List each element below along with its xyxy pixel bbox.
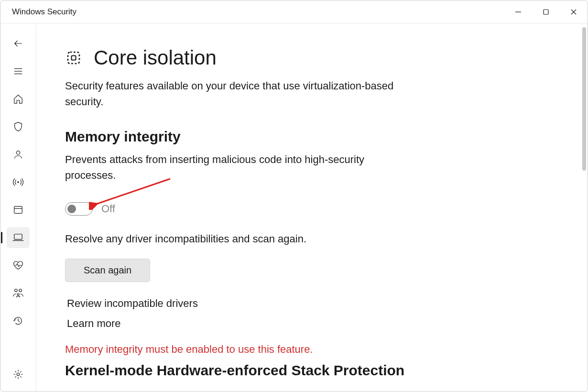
sidebar-item-home[interactable]	[7, 88, 30, 109]
home-icon	[13, 94, 23, 104]
window-icon	[13, 205, 23, 215]
titlebar: Windows Security	[0, 0, 588, 23]
back-arrow-icon	[13, 38, 23, 49]
app-window: Windows Security	[0, 0, 588, 392]
back-button[interactable]	[7, 33, 30, 54]
menu-button[interactable]	[7, 61, 30, 82]
laptop-icon	[12, 233, 24, 242]
svg-rect-16	[68, 52, 79, 64]
close-icon	[570, 9, 577, 15]
svg-point-13	[19, 289, 22, 292]
minimize-icon	[515, 9, 522, 15]
memory-integrity-toggle-row: Off	[65, 202, 559, 216]
learn-more-link[interactable]: Learn more	[65, 317, 559, 330]
sidebar-item-performance[interactable]	[7, 255, 30, 276]
svg-point-15	[17, 373, 20, 376]
sidebar-item-device-security[interactable]	[7, 227, 30, 248]
sidebar-item-settings[interactable]	[7, 364, 30, 385]
close-button[interactable]	[560, 0, 588, 23]
heart-pulse-icon	[12, 260, 24, 271]
antenna-icon	[12, 177, 24, 187]
sidebar-item-app-browser[interactable]	[7, 199, 30, 220]
page-header: Core isolation	[65, 46, 559, 69]
family-icon	[12, 288, 24, 298]
toggle-knob	[67, 205, 76, 213]
page-description: Security features available on your devi…	[65, 78, 409, 109]
page-title: Core isolation	[94, 46, 217, 69]
svg-rect-9	[14, 207, 22, 214]
shield-icon	[13, 121, 23, 132]
maximize-button[interactable]	[532, 0, 560, 23]
toggle-state-label: Off	[101, 203, 115, 215]
svg-point-7	[16, 151, 20, 154]
content-area: Core isolation Security features availab…	[36, 23, 588, 392]
vertical-scrollbar[interactable]	[582, 27, 586, 171]
svg-point-8	[17, 181, 19, 183]
svg-point-12	[15, 289, 18, 292]
svg-rect-11	[14, 234, 22, 240]
svg-rect-1	[544, 10, 548, 14]
maximize-icon	[543, 9, 549, 15]
sidebar	[0, 23, 36, 392]
stack-protection-title: Kernel-mode Hardware-enforced Stack Prot…	[65, 362, 559, 379]
review-drivers-link[interactable]: Review incompatible drivers	[65, 297, 559, 310]
memory-integrity-title: Memory integrity	[65, 129, 559, 145]
svg-point-14	[17, 294, 19, 295]
content-scroll: Core isolation Security features availab…	[36, 23, 588, 392]
hamburger-icon	[13, 66, 23, 76]
stack-protection-error: Memory integrity must be enabled to use …	[65, 343, 559, 356]
person-icon	[13, 149, 23, 160]
sidebar-item-history[interactable]	[7, 310, 30, 331]
sidebar-item-firewall[interactable]	[7, 172, 30, 193]
resolve-text: Resolve any driver incompatibilities and…	[65, 233, 559, 245]
gear-icon	[13, 369, 23, 380]
body: Core isolation Security features availab…	[0, 23, 588, 392]
svg-rect-17	[72, 56, 76, 60]
history-icon	[13, 316, 23, 326]
minimize-button[interactable]	[504, 0, 532, 23]
window-title: Windows Security	[12, 7, 76, 17]
core-isolation-icon	[65, 49, 82, 66]
scan-again-button[interactable]: Scan again	[65, 259, 150, 282]
memory-integrity-toggle[interactable]	[65, 202, 93, 216]
sidebar-item-virus[interactable]	[7, 116, 30, 137]
memory-integrity-description: Prevents attacks from inserting maliciou…	[65, 152, 400, 183]
sidebar-item-family[interactable]	[7, 283, 30, 304]
sidebar-item-account[interactable]	[7, 144, 30, 165]
window-controls	[504, 0, 588, 23]
